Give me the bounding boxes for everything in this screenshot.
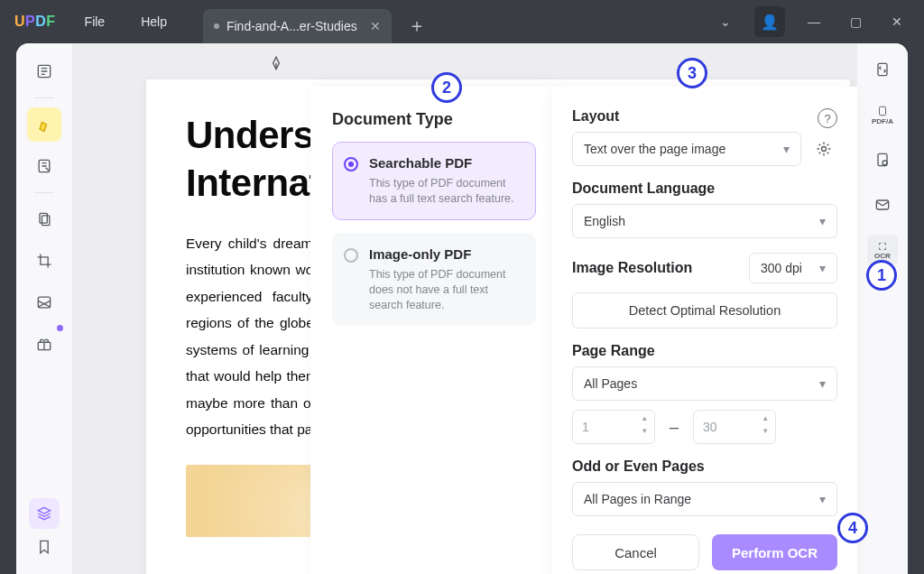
range-to-value: 30	[703, 420, 717, 434]
step-up-icon[interactable]: ▴	[761, 414, 770, 425]
chevron-down-icon: ▾	[819, 492, 826, 506]
radio-icon	[344, 157, 358, 171]
svg-rect-3	[42, 216, 50, 226]
step-down-icon[interactable]: ▾	[640, 427, 649, 438]
layout-value: Text over the page image	[584, 142, 725, 156]
range-to-input[interactable]: 30 ▴▾	[693, 410, 776, 444]
page-range-select[interactable]: All Pages ▾	[572, 366, 837, 401]
chevron-down-icon: ▾	[783, 142, 790, 156]
resolution-label: Image Resolution	[572, 260, 692, 276]
option-title: Searchable PDF	[369, 155, 522, 171]
step-badge-3: 3	[677, 58, 707, 88]
window-minimize-icon[interactable]: —	[801, 9, 827, 34]
svg-rect-6	[878, 63, 887, 75]
tab-title: Find-and-A...er-Studies	[226, 19, 357, 33]
svg-rect-2	[40, 213, 47, 223]
step-down-icon[interactable]: ▾	[761, 427, 770, 438]
language-value: English	[584, 214, 625, 228]
cancel-button[interactable]: Cancel	[572, 534, 699, 570]
document-type-title: Document Type	[332, 110, 536, 129]
app-logo: UPDF	[14, 14, 56, 30]
chevron-down-icon: ▾	[819, 214, 826, 228]
odd-even-value: All Pages in Range	[584, 492, 691, 506]
step-badge-1: 1	[866, 260, 897, 291]
option-title: Image-only PDF	[369, 246, 522, 262]
account-avatar[interactable]: 👤	[754, 6, 785, 37]
page-range-label: Page Range	[572, 343, 837, 359]
pen-tool-icon[interactable]	[267, 54, 289, 76]
option-image-only-pdf[interactable]: Image-only PDF This type of PDF document…	[332, 233, 536, 327]
document-tab[interactable]: Find-and-A...er-Studies ✕	[203, 9, 392, 43]
detect-resolution-button[interactable]: Detect Optimal Resolution	[572, 292, 837, 329]
gift-tool[interactable]	[27, 327, 61, 361]
ocr-settings-panel: Layout ? Text over the page image ▾ Docu…	[552, 87, 857, 574]
perform-ocr-button[interactable]: Perform OCR	[712, 534, 837, 570]
layout-label: Layout	[572, 108, 619, 125]
svg-point-11	[822, 147, 827, 152]
radio-icon	[344, 248, 358, 263]
highlight-tool[interactable]	[27, 107, 61, 142]
protect-tool[interactable]	[867, 144, 898, 175]
redact-tool[interactable]	[27, 285, 61, 319]
svg-rect-7	[880, 106, 886, 115]
app-frame: PDF/A OCR Understanding the Need of Inte…	[16, 43, 908, 574]
tab-close-icon[interactable]: ✕	[370, 19, 381, 33]
chevron-down-icon: ▾	[819, 376, 826, 391]
chevron-down-icon[interactable]: ⌄	[713, 9, 738, 34]
organize-tool[interactable]	[27, 202, 61, 236]
page-range-value: All Pages	[584, 376, 637, 391]
menu-help[interactable]: Help	[141, 14, 167, 29]
svg-rect-10	[876, 200, 888, 209]
option-desc: This type of PDF document does not have …	[369, 267, 522, 313]
window-close-icon[interactable]: ✕	[884, 9, 910, 34]
language-select[interactable]: English ▾	[572, 204, 837, 238]
option-desc: This type of PDF document has a full tex…	[369, 176, 522, 207]
step-up-icon[interactable]: ▴	[640, 414, 649, 425]
mail-tool[interactable]	[867, 190, 898, 220]
language-label: Document Language	[572, 181, 837, 197]
chevron-down-icon: ▾	[819, 261, 826, 275]
resolution-select[interactable]: 300 dpi ▾	[749, 253, 837, 283]
layout-select[interactable]: Text over the page image ▾	[572, 132, 801, 166]
bookmark-button[interactable]	[35, 538, 53, 560]
layers-button[interactable]	[29, 498, 60, 529]
range-from-input[interactable]: 1 ▴▾	[572, 410, 655, 444]
tab-indicator-icon	[214, 23, 219, 29]
odd-even-select[interactable]: All Pages in Range ▾	[572, 482, 837, 516]
resolution-value: 300 dpi	[761, 261, 802, 275]
new-tab-button[interactable]: ＋	[408, 14, 426, 38]
left-toolbar	[16, 43, 72, 574]
reader-tool[interactable]	[27, 54, 61, 88]
range-from-value: 1	[582, 420, 589, 434]
menu-file[interactable]: File	[85, 14, 106, 29]
right-toolbar: PDF/A OCR	[857, 43, 908, 574]
help-icon[interactable]: ?	[818, 108, 837, 128]
step-badge-2: 2	[431, 72, 462, 103]
odd-even-label: Odd or Even Pages	[572, 458, 837, 475]
step-badge-4: 4	[837, 513, 868, 543]
title-bar: UPDF File Help Find-and-A...er-Studies ✕…	[0, 0, 924, 43]
document-type-panel: Document Type Searchable PDF This type o…	[310, 87, 552, 574]
convert-tool[interactable]	[867, 54, 898, 85]
window-maximize-icon[interactable]: ▢	[843, 9, 868, 34]
crop-tool[interactable]	[27, 244, 61, 278]
layout-gear-button[interactable]	[810, 135, 837, 162]
option-searchable-pdf[interactable]: Searchable PDF This type of PDF document…	[332, 142, 536, 220]
edit-tool[interactable]	[27, 149, 61, 183]
range-dash: –	[664, 418, 684, 437]
pdfa-tool[interactable]: PDF/A	[867, 99, 898, 130]
